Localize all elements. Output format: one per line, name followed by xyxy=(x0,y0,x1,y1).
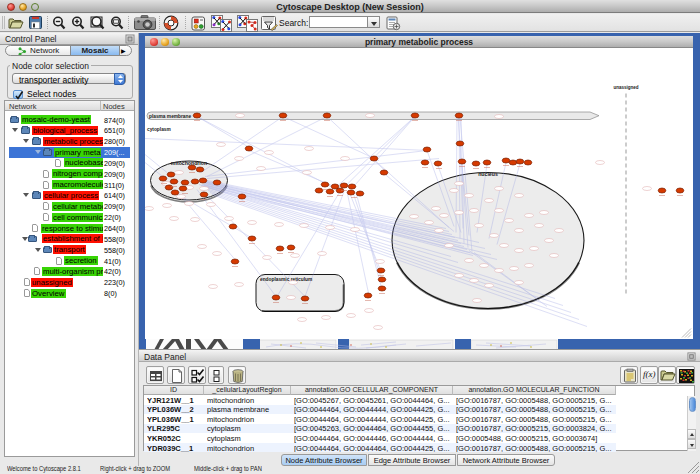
svg-text:cytoplasm: cytoplasm xyxy=(147,126,171,131)
svg-text:endoplasmic reticulum: endoplasmic reticulum xyxy=(260,277,312,282)
svg-text:nucleus: nucleus xyxy=(478,171,498,177)
svg-text:unassigned: unassigned xyxy=(613,84,638,89)
svg-text:mitochondrion: mitochondrion xyxy=(171,159,207,165)
svg-text:plasma membrane: plasma membrane xyxy=(149,113,191,118)
